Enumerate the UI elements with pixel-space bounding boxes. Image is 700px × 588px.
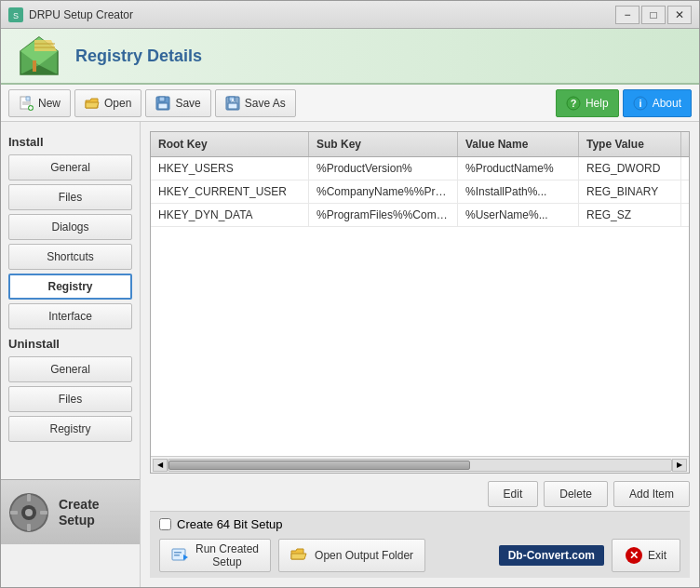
save-icon	[155, 96, 170, 111]
right-panel: Root Key Sub Key Value Name Type Value H…	[141, 122, 699, 587]
open-label: Open	[104, 97, 131, 110]
close-button[interactable]: ✕	[667, 6, 692, 24]
svg-marker-6	[34, 40, 57, 51]
table-row[interactable]: HKEY_DYN_DATA %ProgramFiles%%Comm... %Us…	[151, 204, 689, 227]
svg-rect-20	[228, 103, 237, 109]
title-bar: S DRPU Setup Creator − □ ✕	[1, 1, 699, 29]
scrollbar-track[interactable]	[168, 459, 672, 472]
install-section-title: Install	[8, 135, 132, 149]
cell-val-0: %ProductName%	[458, 157, 579, 180]
save-button[interactable]: Save	[145, 89, 210, 117]
action-buttons: Edit Delete Add Item	[150, 474, 690, 511]
help-button[interactable]: ? Help	[556, 89, 619, 117]
sidebar-item-registry-uninstall[interactable]: Registry	[8, 416, 132, 442]
exit-icon: ✕	[626, 547, 642, 564]
svg-rect-36	[174, 555, 180, 556]
new-button[interactable]: New	[8, 89, 71, 117]
about-label: About	[653, 97, 681, 110]
open-output-folder-button[interactable]: Open Output Folder	[278, 539, 425, 572]
bottom-bar: Create 64 Bit Setup	[150, 511, 690, 578]
window-title: DRPU Setup Creator	[29, 8, 615, 21]
bottom-buttons: Run Created Setup Open Output Folder	[159, 539, 680, 572]
help-icon: ?	[566, 96, 581, 111]
add-item-button[interactable]: Add Item	[613, 481, 690, 507]
sidebar-item-interface-install[interactable]: Interface	[8, 303, 132, 329]
about-button[interactable]: i About	[623, 89, 692, 117]
svg-rect-32	[40, 511, 47, 514]
sidebar-item-registry-install[interactable]: Registry	[8, 274, 132, 300]
main-window: S DRPU Setup Creator − □ ✕ Registry Deta…	[0, 0, 700, 588]
sidebar: Install General Files Dialogs Shortcuts …	[1, 122, 141, 587]
col-root-key: Root Key	[151, 132, 309, 156]
app-icon: S	[8, 7, 23, 22]
svg-rect-31	[10, 511, 18, 514]
horizontal-scrollbar[interactable]: ◀ ▶	[151, 456, 689, 473]
svg-rect-17	[158, 103, 168, 109]
col-type-value: Type Value	[579, 132, 681, 156]
sidebar-item-dialogs-install[interactable]: Dialogs	[8, 214, 132, 240]
about-icon: i	[633, 96, 648, 111]
cell-sub-2: %ProgramFiles%%Comm...	[309, 204, 458, 226]
minimize-button[interactable]: −	[615, 6, 639, 24]
checkbox-row: Create 64 Bit Setup	[159, 517, 680, 531]
open-button[interactable]: Open	[74, 89, 141, 117]
svg-text:A: A	[231, 98, 235, 103]
cell-root-1: HKEY_CURRENT_USER	[151, 180, 309, 203]
svg-text:?: ?	[571, 98, 577, 109]
cell-sub-1: %CompanyName%%Pro...	[309, 180, 458, 203]
open-output-folder-icon	[290, 546, 309, 565]
toolbar: New Open Save	[1, 85, 699, 122]
run-created-setup-icon	[171, 546, 190, 565]
cell-val-2: %UserName%...	[458, 204, 579, 226]
maximize-button[interactable]: □	[641, 6, 666, 24]
create-64bit-label[interactable]: Create 64 Bit Setup	[177, 517, 282, 531]
sidebar-item-general-install[interactable]: General	[8, 154, 132, 180]
edit-button[interactable]: Edit	[488, 481, 539, 507]
save-as-label: Save As	[245, 97, 286, 110]
save-label: Save	[175, 97, 200, 110]
col-value-name: Value Name	[458, 132, 579, 156]
uninstall-section-title: Uninstall	[8, 337, 132, 351]
scroll-left-arrow[interactable]: ◀	[153, 459, 168, 472]
exit-label: Exit	[648, 549, 666, 562]
table-header: Root Key Sub Key Value Name Type Value	[151, 132, 689, 157]
svg-rect-5	[33, 60, 36, 72]
save-as-button[interactable]: A Save As	[215, 89, 296, 117]
window-controls: − □ ✕	[615, 6, 692, 24]
cell-type-2: REG_SZ	[579, 204, 681, 226]
cell-val-1: %InstallPath%...	[458, 180, 579, 203]
main-content: Install General Files Dialogs Shortcuts …	[1, 122, 699, 587]
help-label: Help	[586, 97, 609, 110]
registry-table: Root Key Sub Key Value Name Type Value H…	[150, 131, 690, 474]
new-icon	[19, 96, 34, 111]
create-setup-text: Create Setup	[59, 497, 100, 528]
cell-sub-0: %ProductVersion%	[309, 157, 458, 180]
run-created-setup-button[interactable]: Run Created Setup	[159, 539, 271, 572]
scroll-right-arrow[interactable]: ▶	[672, 459, 687, 472]
app-logo	[16, 33, 62, 79]
open-icon	[85, 96, 100, 111]
run-created-setup-text: Run Created Setup	[195, 542, 259, 568]
sidebar-item-shortcuts-install[interactable]: Shortcuts	[8, 244, 132, 270]
svg-text:i: i	[639, 98, 641, 109]
table-row[interactable]: HKEY_USERS %ProductVersion% %ProductName…	[151, 157, 689, 180]
brand-badge: Db-Convert.com	[499, 545, 604, 566]
page-title: Registry Details	[75, 47, 202, 66]
create-setup-panel[interactable]: Create Setup	[1, 479, 140, 544]
new-label: New	[38, 97, 61, 110]
cell-root-0: HKEY_USERS	[151, 157, 309, 180]
sidebar-item-files-install[interactable]: Files	[8, 184, 132, 210]
svg-point-28	[25, 509, 33, 516]
table-row[interactable]: HKEY_CURRENT_USER %CompanyName%%Pro... %…	[151, 180, 689, 204]
svg-rect-16	[159, 97, 165, 101]
cell-type-1: REG_BINARY	[579, 180, 681, 203]
delete-button[interactable]: Delete	[544, 481, 608, 507]
svg-rect-35	[174, 552, 182, 554]
header-bar: Registry Details	[1, 29, 699, 85]
scrollbar-thumb[interactable]	[168, 461, 470, 470]
sidebar-item-general-uninstall[interactable]: General	[8, 356, 132, 382]
create-64bit-checkbox[interactable]	[159, 518, 171, 530]
exit-button[interactable]: ✕ Exit	[612, 539, 680, 572]
sidebar-item-files-uninstall[interactable]: Files	[8, 386, 132, 412]
cell-root-2: HKEY_DYN_DATA	[151, 204, 309, 226]
